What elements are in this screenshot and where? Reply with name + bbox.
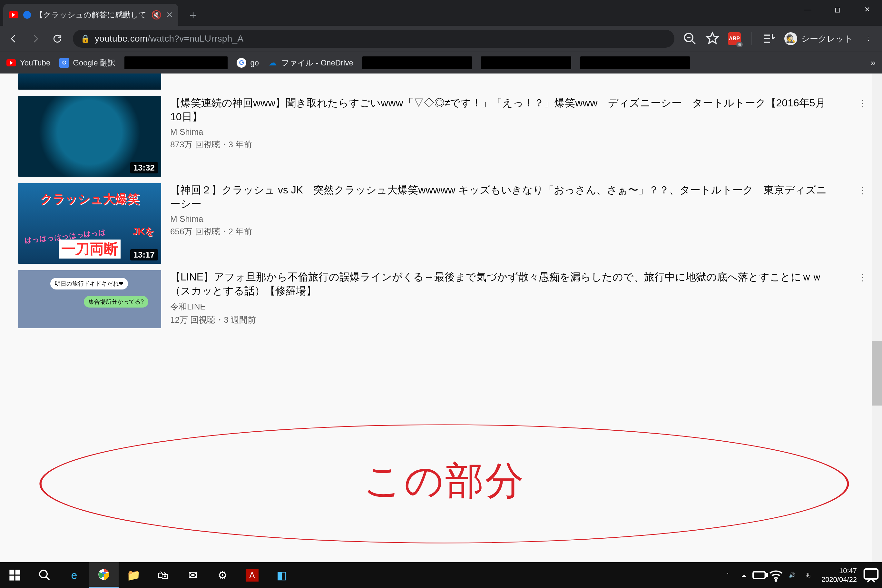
video-title[interactable]: 【爆笑連続の神回www】聞き取れたらすごいwww「▽◇◎≠です！」「えっ！？」爆…: [170, 96, 828, 124]
tab-close-icon[interactable]: ✕: [166, 10, 173, 20]
clock-time: 10:47: [821, 566, 857, 575]
tray-ime-icon[interactable]: あ: [800, 562, 816, 588]
video-menu-button[interactable]: ⋮: [856, 96, 869, 177]
annotation-text: この部分: [363, 455, 525, 507]
tab-mute-icon[interactable]: 🔇: [151, 10, 162, 20]
window-minimize-button[interactable]: ―: [793, 0, 823, 20]
windows-taskbar: e 📁 🛍 ✉ ⚙ A ◧ ˄ ☁ 🔊 あ 10:47 2020/04/22: [0, 562, 882, 588]
bookmarks-bar: YouTube GGoogle 翻訳 Ggo ☁ファイル - OneDrive …: [0, 52, 882, 74]
bookmarks-overflow-button[interactable]: »: [870, 58, 876, 68]
related-videos-list: 13:32 【爆笑連続の神回www】聞き取れたらすごいwww「▽◇◎≠です！」「…: [0, 74, 882, 332]
lock-icon: 🔒: [81, 34, 90, 43]
zoom-icon[interactable]: [683, 32, 697, 46]
thumb-overlay-text: JKを: [132, 225, 155, 238]
video-channel[interactable]: 令和LINE: [170, 301, 828, 312]
url-text: youtube.com/watch?v=nuLUrrsph_A: [95, 33, 243, 44]
video-thumbnail[interactable]: 明日の旅行ドキドキだね❤ 集合場所分かってる?: [18, 270, 161, 328]
svg-point-6: [40, 570, 47, 578]
taskbar-store-icon[interactable]: 🛍: [148, 562, 178, 588]
bookmark-youtube[interactable]: YouTube: [6, 58, 50, 68]
bookmark-star-icon[interactable]: [705, 32, 720, 46]
page-content: 13:32 【爆笑連続の神回www】聞き取れたらすごいwww「▽◇◎≠です！」「…: [0, 74, 882, 562]
svg-rect-10: [766, 574, 767, 576]
video-thumbnail[interactable]: [18, 74, 161, 90]
incognito-label: シークレット: [801, 33, 853, 45]
taskbar-settings-icon[interactable]: ⚙: [208, 562, 237, 588]
media-control-icon[interactable]: [762, 32, 776, 46]
vertical-scrollbar[interactable]: [872, 74, 882, 562]
browser-tab[interactable]: 【クラッシュの解答に感動して 🔇 ✕: [3, 4, 178, 26]
video-stats: 873万 回視聴・3 年前: [170, 139, 828, 150]
tray-battery-icon[interactable]: [752, 562, 768, 588]
action-center-button[interactable]: [862, 562, 880, 588]
incognito-indicator[interactable]: 🕵 シークレット: [784, 32, 853, 45]
nav-forward-button[interactable]: [26, 29, 45, 48]
adblock-extension-icon[interactable]: ABP6: [728, 32, 741, 45]
adblock-badge: 6: [736, 42, 743, 47]
tray-onedrive-icon[interactable]: ☁: [736, 562, 752, 588]
thumb-overlay-text: 一刀両断: [58, 240, 121, 258]
nav-back-button[interactable]: [4, 29, 23, 48]
tab-loading-dot-icon: [23, 11, 31, 19]
video-menu-button[interactable]: [856, 74, 869, 90]
tray-volume-icon[interactable]: 🔊: [784, 562, 800, 588]
video-thumbnail[interactable]: クラッシュ大爆笑 はっはっはっはっはっは JKを 一刀両断 13:17: [18, 183, 161, 264]
taskbar-chrome-icon[interactable]: [89, 562, 118, 588]
svg-rect-3: [15, 570, 20, 574]
video-duration: 13:17: [130, 249, 158, 261]
svg-rect-9: [753, 572, 765, 579]
video-stats: 12万 回視聴・3 週間前: [170, 314, 828, 326]
annotation-overlay: この部分: [32, 422, 856, 546]
thumb-overlay-text: クラッシュ大爆笑: [18, 191, 161, 207]
video-thumbnail[interactable]: 13:32: [18, 96, 161, 177]
video-channel[interactable]: M Shima: [170, 127, 828, 137]
window-close-button[interactable]: ✕: [852, 0, 882, 20]
video-duration: 13:32: [130, 162, 158, 173]
video-title[interactable]: 【LINE】アフォ旦那から不倫旅行の誤爆ラインがくる→最後まで気づかず散々愚痴を…: [170, 270, 828, 298]
bookmark-onedrive[interactable]: ☁ファイル - OneDrive: [268, 58, 353, 68]
video-row[interactable]: [18, 74, 869, 93]
new-tab-button[interactable]: ＋: [184, 6, 202, 24]
svg-rect-4: [9, 576, 14, 580]
chrome-menu-button[interactable]: ⋮: [861, 32, 876, 46]
video-menu-button[interactable]: ⋮: [856, 183, 869, 264]
browser-tabbar: 【クラッシュの解答に感動して 🔇 ✕ ＋ ― ◻ ✕: [0, 0, 882, 26]
incognito-icon: 🕵: [784, 32, 797, 45]
video-menu-button[interactable]: ⋮: [856, 270, 869, 328]
scrollbar-thumb[interactable]: [872, 341, 882, 405]
svg-point-11: [775, 580, 777, 581]
taskbar-explorer-icon[interactable]: 📁: [118, 562, 148, 588]
bookmark-redacted[interactable]: [580, 56, 690, 69]
url-input[interactable]: 🔒 youtube.com/watch?v=nuLUrrsph_A: [73, 30, 674, 48]
taskbar-search-button[interactable]: [30, 562, 59, 588]
thumb-overlay-text: 明日の旅行ドキドキだね❤: [50, 278, 128, 290]
tray-overflow-icon[interactable]: ˄: [720, 562, 736, 588]
tray-wifi-icon[interactable]: [768, 562, 784, 588]
start-button[interactable]: [0, 562, 30, 588]
video-stats: 656万 回視聴・2 年前: [170, 226, 828, 237]
address-bar: 🔒 youtube.com/watch?v=nuLUrrsph_A ABP6 🕵…: [0, 26, 882, 52]
bookmark-redacted[interactable]: [124, 56, 228, 69]
taskbar-edge-icon[interactable]: e: [59, 562, 89, 588]
svg-rect-5: [15, 576, 20, 580]
bookmark-redacted[interactable]: [481, 56, 571, 69]
video-row[interactable]: 13:32 【爆笑連続の神回www】聞き取れたらすごいwww「▽◇◎≠です！」「…: [18, 93, 869, 180]
tab-favicon-youtube-icon: [8, 10, 19, 20]
bookmark-go[interactable]: Ggo: [237, 58, 259, 68]
video-title[interactable]: 【神回２】クラッシュ vs JK 突然クラッシュ大爆笑wwwww キッズもいきな…: [170, 183, 828, 211]
taskbar-adobe-icon[interactable]: A: [237, 562, 267, 588]
window-maximize-button[interactable]: ◻: [823, 0, 852, 20]
video-row[interactable]: クラッシュ大爆笑 はっはっはっはっはっは JKを 一刀両断 13:17 【神回２…: [18, 180, 869, 267]
taskbar-app-icon[interactable]: ◧: [267, 562, 297, 588]
video-channel[interactable]: M Shima: [170, 214, 828, 224]
svg-rect-12: [864, 569, 878, 579]
tab-title: 【クラッシュの解答に感動して: [36, 10, 147, 20]
clock-date: 2020/04/22: [821, 575, 857, 584]
video-row[interactable]: 明日の旅行ドキドキだね❤ 集合場所分かってる? 【LINE】アフォ旦那から不倫旅…: [18, 267, 869, 332]
bookmark-redacted[interactable]: [362, 56, 472, 69]
taskbar-mail-icon[interactable]: ✉: [178, 562, 208, 588]
thumb-overlay-text: 集合場所分かってる?: [84, 296, 148, 308]
bookmark-google-translate[interactable]: GGoogle 翻訳: [59, 58, 116, 68]
taskbar-clock[interactable]: 10:47 2020/04/22: [816, 566, 862, 584]
nav-reload-button[interactable]: [48, 29, 67, 48]
